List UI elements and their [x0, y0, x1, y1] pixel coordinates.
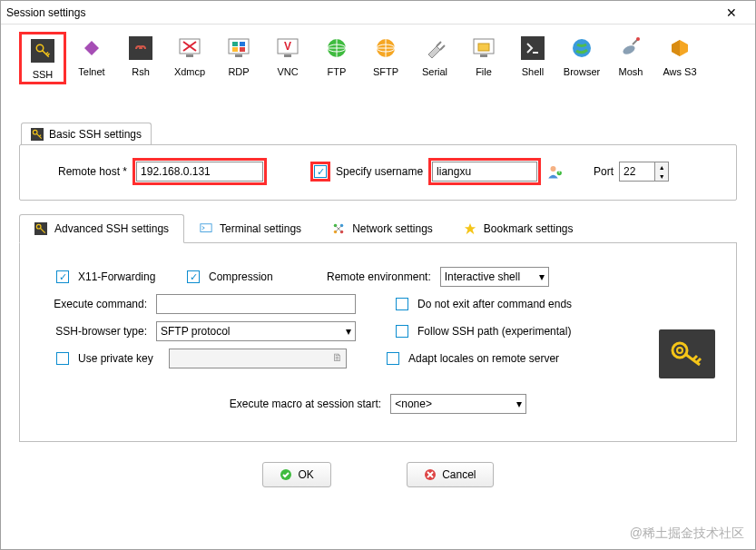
svg-rect-18: [478, 44, 489, 51]
remote-environment-select[interactable]: Interactive shell▾: [440, 267, 549, 287]
check-circle-icon: [280, 468, 292, 481]
svg-text:+: +: [557, 167, 562, 176]
use-private-key-label: Use private key: [78, 352, 160, 365]
diamond-icon: [79, 35, 104, 61]
port-input[interactable]: [619, 162, 655, 182]
no-exit-checkbox[interactable]: [396, 298, 408, 310]
close-button[interactable]: ✕: [713, 5, 750, 20]
tab-terminal-settings[interactable]: Terminal settings: [184, 214, 317, 243]
button-label: OK: [298, 468, 313, 481]
follow-ssh-path-checkbox[interactable]: [396, 325, 408, 338]
ssh-key-illustration: [659, 329, 715, 378]
protocol-label: Browser: [564, 66, 600, 77]
highlight-username: [428, 158, 541, 185]
tab-label: Network settings: [352, 222, 433, 235]
tab-basic-ssh-settings[interactable]: Basic SSH settings: [21, 123, 152, 144]
globe-blue-icon: [569, 35, 594, 61]
globe-orange-icon: [373, 35, 398, 61]
protocol-label: Shell: [522, 66, 544, 77]
no-exit-label: Do not exit after command ends: [417, 298, 572, 310]
select-value: Interactive shell: [445, 270, 520, 283]
protocol-sftp[interactable]: SFTP: [362, 32, 409, 84]
select-value: SFTP protocol: [161, 325, 230, 338]
protocol-label: SSH: [33, 69, 54, 80]
remote-environment-label: Remote environment:: [327, 270, 431, 283]
aws-icon: [667, 35, 692, 61]
follow-ssh-path-label: Follow SSH path (experimental): [417, 325, 571, 338]
execute-command-input[interactable]: [156, 294, 356, 314]
protocol-label: RDP: [228, 66, 249, 77]
protocol-telnet[interactable]: Telnet: [68, 32, 115, 84]
advanced-ssh-pane: ✓ X11-Forwarding ✓ Compression Remote en…: [19, 243, 737, 442]
cancel-button[interactable]: Cancel: [407, 462, 493, 487]
port-label: Port: [594, 165, 614, 178]
key-icon: [30, 38, 55, 64]
username-input[interactable]: [432, 162, 537, 182]
port-spinner[interactable]: ▲▼: [655, 162, 669, 182]
use-private-key-checkbox[interactable]: [56, 352, 69, 365]
protocol-file[interactable]: File: [460, 32, 507, 84]
svg-point-39: [677, 348, 682, 353]
advanced-tabstrip: Advanced SSH settings Terminal settings …: [19, 213, 737, 243]
remote-host-input[interactable]: [136, 162, 263, 182]
ssh-browser-type-label: SSH-browser type:: [42, 325, 147, 338]
tab-label: Basic SSH settings: [49, 128, 142, 141]
chevron-down-icon: ▾: [539, 270, 545, 283]
execute-macro-select[interactable]: <none>▾: [390, 394, 526, 414]
execute-command-label: Execute command:: [42, 298, 147, 310]
compression-label: Compression: [209, 270, 318, 283]
chain-icon: [128, 35, 153, 61]
svg-marker-37: [465, 223, 476, 234]
protocol-label: Aws S3: [663, 66, 696, 77]
protocol-browser[interactable]: Browser: [558, 32, 605, 84]
key-icon: [31, 128, 44, 141]
button-label: Cancel: [442, 468, 476, 481]
session-settings-window: Session settings ✕ SSH Telnet Rsh Xdmcp …: [0, 0, 756, 550]
protocol-label: Telnet: [78, 66, 104, 77]
protocol-xdmcp[interactable]: Xdmcp: [166, 32, 213, 84]
protocol-shell[interactable]: Shell: [509, 32, 556, 84]
protocol-label: FTP: [328, 66, 347, 77]
protocol-mosh[interactable]: Mosh: [607, 32, 654, 84]
svg-point-21: [622, 44, 636, 55]
protocol-ssh[interactable]: SSH: [19, 32, 66, 84]
remote-host-label: Remote host *: [58, 165, 127, 178]
ssh-browser-type-select[interactable]: SFTP protocol▾: [156, 321, 356, 341]
tab-bookmark-settings[interactable]: Bookmark settings: [448, 214, 589, 243]
svg-text:V: V: [284, 40, 291, 53]
select-value: <none>: [395, 398, 432, 410]
svg-point-20: [573, 39, 591, 57]
svg-rect-4: [229, 39, 249, 54]
chevron-down-icon: ▾: [516, 398, 522, 410]
adapt-locales-checkbox[interactable]: [387, 352, 399, 365]
x11-forwarding-checkbox[interactable]: ✓: [56, 270, 69, 283]
xmonitor-icon: [177, 35, 202, 61]
protocol-label: File: [476, 66, 492, 77]
protocol-rdp[interactable]: RDP: [215, 32, 262, 84]
protocol-ftp[interactable]: FTP: [313, 32, 360, 84]
svg-rect-8: [240, 47, 245, 52]
tab-network-settings[interactable]: Network settings: [317, 214, 448, 243]
protocol-label: Mosh: [619, 66, 643, 77]
compression-checkbox[interactable]: ✓: [187, 270, 200, 283]
protocol-label: Xdmcp: [174, 66, 205, 77]
protocol-rsh[interactable]: Rsh: [117, 32, 164, 84]
ok-button[interactable]: OK: [262, 462, 330, 487]
private-key-path-input: [169, 349, 347, 368]
terminal-icon: [200, 222, 212, 235]
svg-marker-24: [672, 40, 680, 56]
browse-file-icon[interactable]: 🗎: [332, 351, 343, 364]
tab-advanced-ssh-settings[interactable]: Advanced SSH settings: [19, 214, 184, 243]
protocol-vnc[interactable]: V VNC: [264, 32, 311, 84]
svg-rect-7: [232, 47, 238, 52]
svg-rect-6: [240, 42, 245, 46]
protocol-serial[interactable]: Serial: [411, 32, 458, 84]
globe-green-icon: [324, 35, 349, 61]
protocol-awss3[interactable]: Aws S3: [656, 32, 703, 84]
terminal-icon: [520, 35, 545, 61]
rdp-icon: [226, 35, 251, 61]
chevron-down-icon: ▾: [346, 325, 351, 338]
tab-label: Bookmark settings: [484, 222, 574, 235]
specify-username-checkbox[interactable]: ✓: [314, 165, 327, 178]
user-picker-icon[interactable]: +: [546, 163, 563, 180]
